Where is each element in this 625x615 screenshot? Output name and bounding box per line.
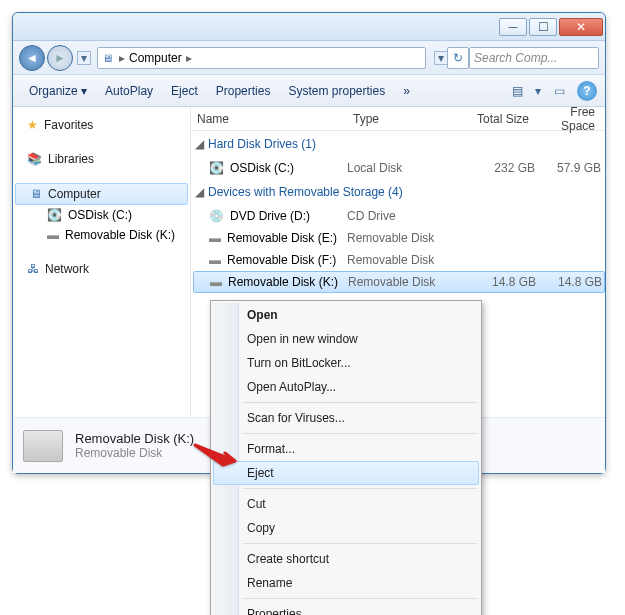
system-properties-button[interactable]: System properties: [280, 80, 393, 102]
dvd-icon: 💿: [209, 209, 224, 223]
context-separator: [243, 402, 477, 403]
drive-type: Removable Disk: [347, 253, 469, 267]
star-icon: ★: [27, 118, 38, 132]
context-eject[interactable]: Eject: [213, 461, 479, 485]
context-cut[interactable]: Cut: [213, 492, 479, 516]
properties-button[interactable]: Properties: [208, 80, 279, 102]
eject-button[interactable]: Eject: [163, 80, 206, 102]
context-create-shortcut[interactable]: Create shortcut: [213, 547, 479, 571]
drive-type: Local Disk: [347, 161, 469, 175]
removable-icon: ▬: [209, 253, 221, 267]
group-hard-disk-drives[interactable]: ◢ Hard Disk Drives (1): [191, 131, 605, 157]
context-menu: Open Open in new window Turn on BitLocke…: [210, 300, 482, 615]
titlebar: ─ ☐ ✕: [13, 13, 605, 41]
nav-history-dropdown[interactable]: ▾: [77, 51, 91, 65]
context-open[interactable]: Open: [213, 303, 479, 327]
drive-type: Removable Disk: [348, 275, 470, 289]
sidebar-label: OSDisk (C:): [68, 208, 132, 222]
context-copy[interactable]: Copy: [213, 516, 479, 540]
sidebar-item-favorites[interactable]: ★Favorites: [13, 115, 190, 135]
group-removable-storage[interactable]: ◢ Devices with Removable Storage (4): [191, 179, 605, 205]
disk-icon: 💽: [209, 161, 224, 175]
breadcrumb-separator: ▸: [117, 51, 127, 65]
context-properties[interactable]: Properties: [213, 602, 479, 615]
context-open-new-window[interactable]: Open in new window: [213, 327, 479, 351]
sidebar-item-network[interactable]: 🖧Network: [13, 259, 190, 279]
drive-free: 57.9 GB: [535, 161, 601, 175]
overflow-button[interactable]: »: [395, 80, 418, 102]
column-headers: Name Type Total Size Free Space: [191, 107, 605, 131]
back-button[interactable]: ◄: [19, 45, 45, 71]
help-button[interactable]: ?: [577, 81, 597, 101]
network-icon: 🖧: [27, 262, 39, 276]
command-bar: Organize ▾ AutoPlay Eject Properties Sys…: [13, 75, 605, 107]
disk-icon: 💽: [47, 208, 62, 222]
view-button[interactable]: ▤: [505, 80, 529, 102]
drive-dvd[interactable]: 💿DVD Drive (D:) CD Drive: [191, 205, 605, 227]
sidebar-item-libraries[interactable]: 📚Libraries: [13, 149, 190, 169]
column-free-space[interactable]: Free Space: [535, 107, 601, 133]
chevron-down-icon: ◢: [195, 185, 204, 199]
navigation-bar: ◄ ► ▾ 🖥 ▸ Computer ▸ ▾ ↻ Search Comp...: [13, 41, 605, 75]
address-dropdown[interactable]: ▾: [434, 51, 448, 65]
column-total-size[interactable]: Total Size: [469, 112, 535, 126]
computer-icon: 🖥: [102, 52, 113, 64]
details-title: Removable Disk (K:): [75, 431, 194, 446]
context-separator: [243, 488, 477, 489]
drive-name: OSDisk (C:): [230, 161, 294, 175]
autoplay-button[interactable]: AutoPlay: [97, 80, 161, 102]
forward-button[interactable]: ►: [47, 45, 73, 71]
navigation-pane: ★Favorites 📚Libraries 🖥Computer 💽OSDisk …: [13, 107, 191, 417]
drive-name: DVD Drive (D:): [230, 209, 310, 223]
group-label: Hard Disk Drives (1): [208, 137, 316, 151]
sidebar-item-removable-k[interactable]: ▬Removable Disk (K:): [13, 225, 190, 245]
column-type[interactable]: Type: [347, 112, 469, 126]
column-name[interactable]: Name: [191, 112, 347, 126]
drive-size: 14.8 GB: [470, 275, 536, 289]
drive-name: Removable Disk (E:): [227, 231, 337, 245]
search-input[interactable]: Search Comp...: [469, 47, 599, 69]
context-separator: [243, 433, 477, 434]
chevron-down-icon: ◢: [195, 137, 204, 151]
organize-button[interactable]: Organize ▾: [21, 80, 95, 102]
drive-type: CD Drive: [347, 209, 469, 223]
removable-icon: ▬: [47, 228, 59, 242]
details-subtitle: Removable Disk: [75, 446, 194, 460]
drive-free: 14.8 GB: [536, 275, 602, 289]
removable-icon: ▬: [209, 231, 221, 245]
removable-icon: ▬: [210, 275, 222, 289]
drive-removable-k[interactable]: ▬Removable Disk (K:) Removable Disk 14.8…: [193, 271, 605, 293]
sidebar-label: Libraries: [48, 152, 94, 166]
view-dropdown[interactable]: ▾: [531, 80, 545, 102]
drive-osdisk[interactable]: 💽OSDisk (C:) Local Disk 232 GB 57.9 GB: [191, 157, 605, 179]
drive-type: Removable Disk: [347, 231, 469, 245]
breadcrumb-computer[interactable]: Computer: [127, 51, 184, 65]
context-separator: [243, 543, 477, 544]
sidebar-label: Computer: [48, 187, 101, 201]
refresh-button[interactable]: ↻: [447, 47, 469, 69]
drive-name: Removable Disk (K:): [228, 275, 338, 289]
context-scan-viruses[interactable]: Scan for Viruses...: [213, 406, 479, 430]
sidebar-item-osdisk[interactable]: 💽OSDisk (C:): [13, 205, 190, 225]
libraries-icon: 📚: [27, 152, 42, 166]
minimize-button[interactable]: ─: [499, 18, 527, 36]
details-drive-icon: [23, 430, 63, 462]
context-autoplay[interactable]: Open AutoPlay...: [213, 375, 479, 399]
preview-pane-button[interactable]: ▭: [547, 80, 571, 102]
context-format[interactable]: Format...: [213, 437, 479, 461]
annotation-arrow: [193, 443, 243, 476]
drive-removable-f[interactable]: ▬Removable Disk (F:) Removable Disk: [191, 249, 605, 271]
breadcrumb-separator[interactable]: ▸: [184, 51, 194, 65]
maximize-button[interactable]: ☐: [529, 18, 557, 36]
drive-size: 232 GB: [469, 161, 535, 175]
context-rename[interactable]: Rename: [213, 571, 479, 595]
drive-removable-e[interactable]: ▬Removable Disk (E:) Removable Disk: [191, 227, 605, 249]
sidebar-label: Favorites: [44, 118, 93, 132]
sidebar-item-computer[interactable]: 🖥Computer: [15, 183, 188, 205]
sidebar-label: Network: [45, 262, 89, 276]
context-bitlocker[interactable]: Turn on BitLocker...: [213, 351, 479, 375]
group-label: Devices with Removable Storage (4): [208, 185, 403, 199]
close-button[interactable]: ✕: [559, 18, 603, 36]
address-bar[interactable]: 🖥 ▸ Computer ▸: [97, 47, 426, 69]
computer-icon: 🖥: [30, 187, 42, 201]
